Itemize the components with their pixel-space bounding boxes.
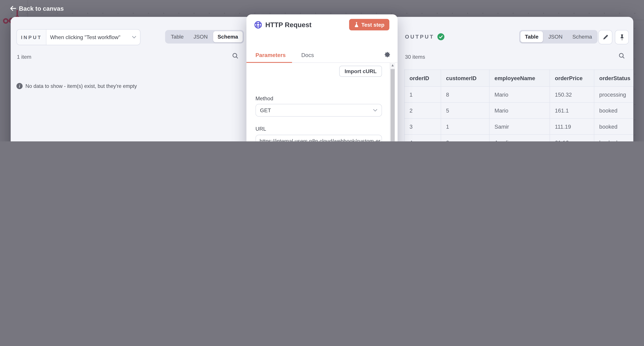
tab-input-schema[interactable]: Schema [213, 31, 242, 42]
column-header[interactable]: orderPrice [550, 70, 594, 86]
vertical-scrollbar-thumb[interactable] [390, 69, 394, 142]
input-items-count: 1 item [17, 54, 31, 60]
table-cell: Amelie [489, 134, 550, 142]
pencil-icon [602, 34, 608, 40]
tab-input-json[interactable]: JSON [189, 31, 212, 42]
table-cell: Mario [489, 102, 550, 118]
column-header[interactable]: employeeName [489, 70, 550, 86]
url-label: URL [256, 126, 382, 132]
table-cell: 8 [441, 86, 489, 103]
pin-output-button[interactable] [615, 30, 629, 44]
edit-output-button[interactable] [598, 30, 612, 44]
table-row[interactable]: 18Mario150.32processing [404, 86, 633, 103]
table-cell: 5 [441, 102, 489, 118]
info-icon: i [16, 83, 23, 89]
output-data-table: orderID customerID employeeName orderPri… [404, 70, 634, 142]
table-cell: processing [594, 86, 633, 103]
input-source-selector[interactable]: INPUT When clicking "Test workflow" [16, 29, 140, 45]
table-header-row: orderID customerID employeeName orderPri… [404, 70, 633, 86]
table-cell: 2 [404, 102, 441, 118]
tab-output-json[interactable]: JSON [544, 31, 567, 42]
output-panel-label: OUTPUT [405, 34, 434, 40]
success-check-icon [438, 33, 444, 40]
column-header[interactable]: customerID [441, 70, 489, 86]
table-cell: booked [594, 102, 633, 118]
tab-output-table[interactable]: Table [520, 31, 543, 42]
chevron-down-icon [132, 36, 136, 38]
table-row[interactable]: 25Mario161.1booked [404, 102, 633, 118]
table-cell: 2 [441, 134, 489, 142]
output-view-tabs: Table JSON Schema [519, 30, 598, 44]
dialog-vertical-scrollbar: ▲ ▼ [390, 62, 395, 142]
table-cell: 3 [404, 118, 441, 135]
method-label: Method [256, 95, 382, 102]
globe-icon [254, 21, 262, 29]
table-cell: booked [594, 134, 633, 142]
scroll-up-arrow-icon[interactable]: ▲ [390, 64, 395, 67]
table-cell: booked [594, 118, 633, 135]
app-root: Back to canvas INPUT When clicking "Test… [0, 0, 644, 142]
table-cell: 4 [404, 134, 441, 142]
tab-output-schema[interactable]: Schema [568, 31, 596, 42]
column-header[interactable]: orderStatus [594, 70, 633, 86]
column-header[interactable]: orderID [404, 70, 441, 86]
arrow-left-icon [10, 6, 16, 11]
method-select[interactable]: GET [256, 104, 382, 117]
table-cell: 1 [404, 86, 441, 103]
input-empty-message: No data to show - item(s) exist, but the… [26, 83, 137, 89]
node-dialog-tabs: Parameters Docs [246, 49, 398, 63]
http-request-node-dialog: HTTP Request Test step Parameters Docs I… [246, 14, 398, 142]
node-settings-gear-icon[interactable] [384, 51, 390, 60]
tab-docs[interactable]: Docs [296, 49, 320, 62]
chevron-down-icon [373, 109, 378, 112]
table-row[interactable]: 42Amelie61.16booked [404, 134, 633, 142]
back-to-canvas-link[interactable]: Back to canvas [10, 5, 64, 12]
search-icon[interactable] [232, 52, 239, 59]
test-step-label: Test step [362, 22, 384, 28]
test-step-button[interactable]: Test step [349, 19, 389, 30]
table-cell: 111.19 [550, 118, 594, 135]
node-title: HTTP Request [265, 21, 349, 29]
table-cell: 150.32 [550, 86, 594, 103]
tab-input-table[interactable]: Table [166, 31, 188, 42]
table-cell: 61.16 [550, 134, 594, 142]
input-panel-label: INPUT [17, 30, 46, 45]
table-cell: Samir [489, 118, 550, 135]
output-items-count: 30 items [405, 54, 425, 60]
table-cell: Mario [489, 86, 550, 103]
import-curl-button[interactable]: Import cURL [339, 66, 382, 77]
flask-icon [354, 22, 359, 28]
back-to-canvas-label: Back to canvas [19, 5, 64, 12]
tab-parameters[interactable]: Parameters [246, 49, 292, 62]
url-input[interactable]: https://internal.users.n8n.cloud/webhook… [256, 135, 382, 142]
input-source-value: When clicking "Test workflow" [50, 34, 130, 40]
table-row[interactable]: 31Samir111.19booked [404, 118, 633, 135]
search-icon[interactable] [618, 52, 625, 59]
table-cell: 161.1 [550, 102, 594, 118]
input-view-tabs: Table JSON Schema [165, 30, 244, 44]
pin-icon [619, 34, 625, 40]
table-cell: 1 [441, 118, 489, 135]
